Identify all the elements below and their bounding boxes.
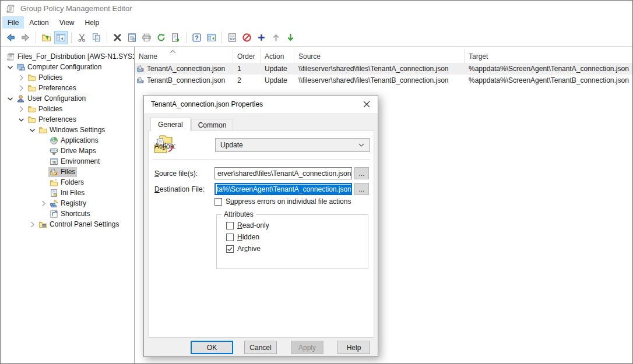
forward-icon <box>20 33 30 43</box>
tree-item-label: Registry <box>61 199 86 208</box>
console-tree-toggle-icon[interactable] <box>54 31 68 44</box>
move-down-icon[interactable] <box>284 31 297 44</box>
menu-action[interactable]: Action <box>24 16 54 29</box>
chevron-slot <box>38 136 48 145</box>
show-window-icon[interactable] <box>205 31 218 44</box>
tree-item-shortcuts[interactable]: Shortcuts <box>48 209 92 219</box>
tree-item-windows-settings[interactable]: Windows Settings <box>37 125 107 135</box>
chevron-down-icon[interactable] <box>5 62 15 72</box>
menu-help[interactable]: Help <box>80 16 105 29</box>
sort-ascending-icon <box>170 50 176 54</box>
apply-button[interactable]: Apply <box>291 341 323 354</box>
suppress-errors-checkbox[interactable]: Suppress errors on individual file actio… <box>214 197 351 206</box>
window-titlebar[interactable]: Group Policy Management Editor <box>1 1 632 16</box>
tree-item-computer-configuration[interactable]: Computer Configuration <box>15 62 103 72</box>
help-button[interactable]: Help <box>337 341 370 354</box>
properties-icon[interactable] <box>125 31 139 44</box>
chevron-right-icon[interactable] <box>16 73 26 82</box>
checkbox-icon[interactable] <box>226 222 234 229</box>
properties-icon <box>127 33 137 43</box>
destination-file-input[interactable]: ta%\ScreenAgent\TenantA_connection.json <box>214 183 352 195</box>
window-title: Group Policy Management Editor <box>20 4 132 13</box>
ok-button[interactable]: OK <box>191 341 233 354</box>
tree-item-ini-files[interactable]: Ini Files <box>48 188 86 198</box>
add-icon[interactable] <box>255 31 268 44</box>
tree-item-applications[interactable]: Applications <box>48 136 100 146</box>
column-header-label: Action <box>265 52 284 61</box>
menu-file[interactable]: File <box>2 16 24 29</box>
up-one-level-icon[interactable] <box>40 31 53 44</box>
dialog-titlebar[interactable]: TenantA_connection.json Properties <box>144 96 378 113</box>
tree-item-files-for-distribution-aws-n1-[interactable]: Files_For_Distribution [AWS-N1.SYS12 <box>5 52 135 62</box>
tab-general[interactable]: General <box>150 118 191 131</box>
chevron-down-icon[interactable] <box>5 94 15 103</box>
help-icon[interactable]: ? <box>190 31 203 44</box>
back-icon[interactable] <box>4 31 17 44</box>
cell-name: TenantB_connection.json <box>135 76 233 84</box>
column-header-target[interactable]: Target <box>465 49 632 63</box>
tree-item-folders[interactable]: Folders <box>48 178 86 188</box>
tree-item: Registry <box>1 198 134 208</box>
file-item-icon <box>136 76 145 84</box>
column-header-action[interactable]: Action <box>261 49 294 63</box>
cancel-button[interactable]: Cancel <box>244 341 277 354</box>
tree-item-policies[interactable]: Policies <box>26 104 64 114</box>
action-dropdown[interactable]: Update <box>215 138 370 152</box>
tree-item-policies[interactable]: Policies <box>26 73 64 83</box>
tree-item-drive-maps[interactable]: Drive Maps <box>48 146 98 156</box>
cell-target: %appdata%\ScreenAgent\TenantB_connection… <box>465 76 632 84</box>
chevron-right-icon[interactable] <box>16 104 26 114</box>
attribute-read-only[interactable]: Read-only <box>226 221 368 230</box>
tree-item-control-panel-settings[interactable]: Control Panel Settings <box>37 220 121 229</box>
tab-common[interactable]: Common <box>191 119 234 131</box>
chevron-right-icon[interactable] <box>16 83 26 93</box>
chevron-down-icon[interactable] <box>27 125 37 135</box>
gpo-scroll-icon <box>6 52 15 61</box>
checkbox-checked-icon[interactable] <box>226 245 234 253</box>
delete-icon[interactable] <box>111 31 124 44</box>
list-row[interactable]: TenantB_connection.json2Update\\fileserv… <box>135 75 632 86</box>
copy-icon[interactable] <box>90 31 103 44</box>
checkbox-icon[interactable] <box>226 234 234 241</box>
chevron-down-icon[interactable] <box>16 115 26 124</box>
list-row[interactable]: TenantA_connection.json1Update\\fileserv… <box>135 63 632 75</box>
close-icon[interactable] <box>356 96 378 113</box>
tree-item-environment[interactable]: %Environment <box>48 157 101 167</box>
attribute-archive[interactable]: Archive <box>226 244 368 253</box>
tree-item: Policies <box>1 72 134 83</box>
column-header-name[interactable]: Name <box>135 49 233 63</box>
chevron-right-icon[interactable] <box>27 220 37 229</box>
folder-icon <box>27 73 36 82</box>
tree-item-user-configuration[interactable]: User Configuration <box>15 94 87 104</box>
column-header-order[interactable]: Order <box>233 49 261 63</box>
menu-view[interactable]: View <box>54 16 80 29</box>
column-header-source[interactable]: Source <box>294 49 465 63</box>
destination-browse-button[interactable]: ... <box>354 183 369 195</box>
folders-icon <box>50 178 58 187</box>
toolbar-separator <box>186 32 187 43</box>
chevron-right-icon[interactable] <box>38 199 48 208</box>
tree-item-preferences[interactable]: Preferences <box>26 83 78 93</box>
attribute-label: Archive <box>237 245 261 253</box>
shortcuts-icon <box>50 210 58 218</box>
tree-item-label: Folders <box>61 178 84 187</box>
cell-action: Update <box>261 65 294 73</box>
refresh-icon[interactable] <box>154 31 168 44</box>
column-header-label: Name <box>139 52 157 61</box>
source-browse-button[interactable]: ... <box>354 167 369 179</box>
print-icon[interactable] <box>140 31 153 44</box>
console-tree-toggle-icon <box>56 33 66 43</box>
xml-report-icon[interactable]: <> <box>226 31 239 44</box>
tree-item-registry[interactable]: Registry <box>48 199 88 208</box>
folder-icon <box>27 105 36 114</box>
export-list-icon[interactable] <box>169 31 182 44</box>
add-icon <box>256 33 266 43</box>
source-file-input[interactable]: erver\shared\files\TenantA_connection.js… <box>214 167 352 179</box>
checkbox-icon[interactable] <box>214 198 222 206</box>
cut-icon[interactable] <box>75 31 89 44</box>
block-icon[interactable] <box>240 31 254 44</box>
tree-item-files[interactable]: Files <box>48 167 77 177</box>
attribute-hidden[interactable]: Hidden <box>226 232 368 242</box>
tree-item-preferences[interactable]: Preferences <box>26 115 78 125</box>
chevron-down-icon <box>358 143 364 147</box>
